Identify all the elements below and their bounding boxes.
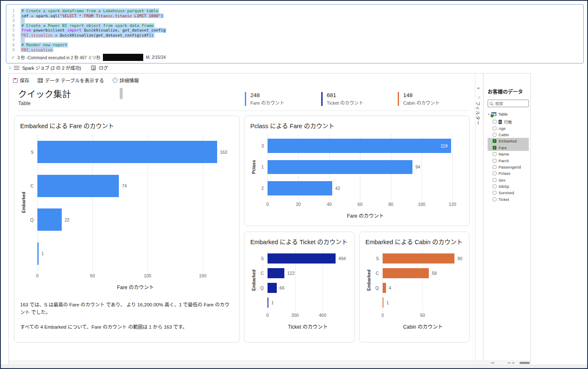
code-line[interactable]: 9PBI_visualize	[6, 47, 583, 53]
x-axis-tick: 120	[449, 202, 457, 207]
code-line[interactable]: 1# Create a spark dataframe from a Lakeh…	[6, 8, 583, 13]
bar-blank[interactable]	[37, 242, 39, 265]
bar-1[interactable]	[268, 160, 412, 174]
show-data-table-button[interactable]: データ テーブルを表示する	[38, 77, 104, 84]
field-label: Parch	[499, 158, 509, 163]
pin-pane-icon[interactable]: ◁	[478, 95, 480, 99]
your-data-title: お客様のデータ	[488, 88, 529, 95]
kpi-label: Cabin のカウント	[403, 99, 474, 106]
x-axis-tick: 150	[199, 273, 207, 278]
spark-jobs-label[interactable]: Spark ジョブ (2 の 2 が成功)	[22, 64, 81, 71]
title-scrollbar-thumb[interactable]	[120, 88, 123, 99]
checkbox-icon[interactable]	[493, 120, 496, 124]
checkbox-icon[interactable]	[493, 178, 496, 182]
field-item-Name[interactable]: Name	[488, 151, 529, 157]
code-line[interactable]: 3	[6, 18, 583, 23]
collapse-pane-icon[interactable]: «	[477, 85, 480, 90]
code-cell[interactable]: 1# Create a spark dataframe from a Lakeh…	[6, 4, 584, 63]
bar-Q[interactable]	[383, 283, 386, 293]
log-link[interactable]: ログ	[99, 64, 108, 71]
details-button[interactable]: ? 詳細情報	[113, 77, 139, 84]
code-line[interactable]: 5from powerbiclient import QuickVisualiz…	[6, 28, 583, 33]
category-label: S	[257, 251, 268, 266]
bar-S[interactable]	[383, 253, 454, 263]
kpi-card[interactable]: 681Ticket のカウント	[321, 92, 398, 106]
code-line[interactable]: 6PBI_visualize = QuickVisualize(get_data…	[6, 33, 583, 38]
table-tree-node[interactable]: ∨ Table	[488, 112, 529, 116]
field-item-Parch[interactable]: Parch	[488, 157, 529, 163]
bar-C[interactable]	[37, 175, 119, 197]
field-item-Sex[interactable]: Sex	[488, 177, 529, 183]
bar-Q[interactable]	[268, 283, 277, 293]
checkbox-icon[interactable]	[493, 191, 496, 195]
code-line[interactable]: 8# Render new report	[6, 42, 583, 47]
code-line[interactable]: 7	[6, 38, 583, 43]
category-label: 3	[257, 135, 268, 156]
cell-execution-status: ✓ 3 秒 -Command executed in 2 秒 497 ミリ秒 M…	[11, 54, 166, 61]
field-item-Pclass[interactable]: Pclass	[488, 170, 529, 177]
bar-value-label: 494	[339, 256, 346, 261]
save-button-label: 保存	[20, 77, 29, 84]
kpi-row: 248Fare のカウント681Ticket のカウント148Cabin のカウ…	[245, 92, 474, 106]
category-label: Q	[372, 280, 383, 295]
checkbox-icon[interactable]	[493, 152, 496, 156]
scrollbar-thumb[interactable]	[520, 362, 530, 364]
filter-pane-label[interactable]: フィルター	[475, 101, 481, 125]
category-label: C	[372, 266, 383, 280]
bar-2[interactable]	[268, 181, 332, 195]
checkbox-icon[interactable]	[493, 165, 496, 169]
checkbox-icon[interactable]	[493, 159, 496, 163]
field-search-box[interactable]	[488, 100, 529, 107]
bar-S[interactable]	[37, 141, 217, 163]
job-list-icon	[14, 66, 19, 70]
report-horizontal-scrollbar[interactable]	[9, 361, 530, 364]
field-item-Cabin[interactable]: Cabin	[488, 132, 529, 138]
field-list: 行数AgeCabin✓Embarked✓FareNameParchPasseng…	[488, 119, 529, 203]
bar-C[interactable]	[268, 268, 284, 278]
bar-S[interactable]	[268, 253, 336, 263]
kpi-card[interactable]: 248Fare のカウント	[245, 92, 321, 106]
field-item-Survived[interactable]: Survived	[488, 190, 529, 196]
expand-chevron-icon[interactable]: ›	[9, 65, 11, 70]
checkbox-icon[interactable]	[493, 184, 496, 188]
field-item-Embarked[interactable]: ✓Embarked	[488, 138, 529, 144]
checkbox-icon[interactable]	[493, 198, 496, 201]
chart-card-embarked-cabin[interactable]: Embarked による Cabin のカウントEmbarkedSCQ90584…	[359, 232, 470, 343]
code-line[interactable]: 2sdf = spark.sql("SELECT * FROM Titanic.…	[6, 13, 583, 18]
chart-card-embarked-fare[interactable]: Embarked による Fare のカウントEmbarkedSCQ163742…	[14, 116, 240, 343]
bar-value-label: 4	[389, 285, 391, 290]
y-axis-label: Embarked	[20, 135, 26, 270]
checkbox-checked-icon[interactable]: ✓	[493, 139, 496, 143]
chart-card-pclass-fare[interactable]: Pclass による Fare のカウントPclass3121199442020…	[244, 116, 470, 226]
tree-expand-chevron-icon[interactable]: ∨	[488, 113, 490, 116]
x-axis-tick: 0	[381, 313, 384, 318]
checkbox-checked-icon[interactable]: ✓	[493, 146, 496, 150]
search-input[interactable]	[494, 101, 527, 106]
x-axis-tick: 100	[144, 273, 152, 278]
field-item-行数[interactable]: 行数	[488, 119, 529, 125]
field-label: Pclass	[499, 171, 510, 176]
bar-value-label: 163	[220, 150, 228, 155]
chart-card-embarked-ticket[interactable]: Embarked による Ticket のカウントEmbarkedSCQ4941…	[244, 232, 354, 343]
code-line[interactable]: 4# Create a Power BI report object from …	[6, 23, 583, 28]
field-item-Ticket[interactable]: Ticket	[488, 196, 529, 203]
chart-title: Embarked による Ticket のカウント	[250, 237, 348, 247]
field-item-Fare[interactable]: ✓Fare	[488, 145, 529, 151]
kpi-value: 248	[250, 92, 321, 98]
redacted-text-block	[103, 54, 143, 61]
kpi-card[interactable]: 148Cabin のカウント	[398, 92, 474, 106]
checkbox-icon[interactable]	[493, 127, 496, 130]
bar-C[interactable]	[383, 268, 429, 278]
report-title[interactable]: クイック集計	[18, 87, 71, 100]
row-count-icon	[499, 120, 502, 124]
bar-Q[interactable]	[37, 208, 62, 231]
save-button[interactable]: 保存	[13, 77, 29, 84]
field-item-PassengerId[interactable]: PassengerId	[488, 164, 529, 170]
checkbox-icon[interactable]	[493, 133, 496, 137]
field-item-SibSp[interactable]: SibSp	[488, 183, 529, 190]
bar-blank[interactable]	[383, 298, 383, 307]
bar-blank[interactable]	[268, 298, 268, 307]
checkbox-icon[interactable]	[493, 171, 496, 175]
field-item-Age[interactable]: Age	[488, 125, 529, 131]
bar-3[interactable]: 119	[268, 139, 451, 153]
